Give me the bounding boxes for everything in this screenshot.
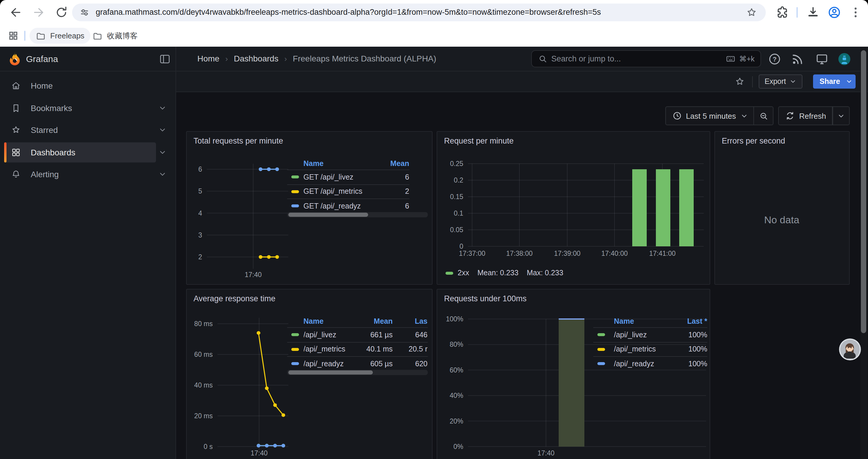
legend-row[interactable]: /api/_readyz605 µs620 xyxy=(287,356,428,371)
page-scrollbar-thumb[interactable] xyxy=(861,50,866,333)
apps-grid-icon[interactable] xyxy=(8,30,19,41)
time-range-picker[interactable]: Last 5 minutes xyxy=(665,106,754,125)
chevron-down-icon xyxy=(741,112,748,120)
profile-icon[interactable] xyxy=(827,5,841,20)
dashboards-grid-icon xyxy=(11,147,21,157)
legend-scrollbar[interactable] xyxy=(287,212,428,218)
brand-name[interactable]: Grafana xyxy=(26,54,58,64)
browser-toolbar: grafana.mathmast.com/d/deytv4rwavabkb/fr… xyxy=(0,0,868,25)
series-color-chip xyxy=(445,271,453,274)
chevron-down-icon xyxy=(789,78,797,85)
panel-title[interactable]: Errors per second xyxy=(722,136,785,145)
svg-text:17:40: 17:40 xyxy=(244,271,261,278)
legend-row[interactable]: /api/_metrics100% xyxy=(593,342,707,356)
bookmark-folder-freeleaps[interactable]: Freeleaps xyxy=(30,28,90,44)
folder-icon xyxy=(92,30,103,41)
svg-text:60 ms: 60 ms xyxy=(194,351,212,358)
search-input[interactable]: Search or jump to... ⌘+k xyxy=(531,50,761,67)
legend-table[interactable]: NameLast */api/_livez100%/api/_metrics10… xyxy=(593,316,707,371)
svg-text:2: 2 xyxy=(198,253,202,261)
panel-average-response-time: Average response time 80 ms60 ms40 ms20 … xyxy=(186,289,432,459)
breadcrumb-separator: › xyxy=(225,54,228,63)
requests-under-100ms-chart: 100%80%60%40%20%0%17:40 xyxy=(437,290,711,459)
svg-text:17:39:00: 17:39:00 xyxy=(554,250,580,257)
sidebar-item-label: Dashboards xyxy=(31,142,75,162)
sidebar-item-alerting[interactable]: Alerting xyxy=(4,164,168,184)
dock-menu-icon[interactable] xyxy=(158,53,172,66)
svg-text:?: ? xyxy=(773,56,776,63)
legend-row[interactable]: /api/_livez661 µs646 xyxy=(287,327,428,342)
reload-icon[interactable] xyxy=(54,5,68,20)
sidebar-item-label: Home xyxy=(31,76,53,96)
chevron-down-icon[interactable] xyxy=(158,148,167,156)
svg-text:60%: 60% xyxy=(450,366,463,374)
svg-text:0.1: 0.1 xyxy=(454,209,463,217)
legend-header: NameLast * xyxy=(593,316,707,327)
svg-text:100%: 100% xyxy=(445,315,463,323)
sidebar-item-starred[interactable]: Starred xyxy=(4,120,168,140)
url-text[interactable]: grafana.mathmast.com/d/deytv4rwavabkb/fr… xyxy=(96,4,740,21)
star-icon xyxy=(11,125,21,135)
page-scrollbar[interactable] xyxy=(860,47,867,459)
chevron-down-icon[interactable] xyxy=(158,126,167,134)
legend-row[interactable]: GET /api/_readyz6 xyxy=(287,198,409,213)
legend-table[interactable]: NameMeanGET /api/_livez6GET /api/_metric… xyxy=(287,158,428,213)
favorite-star-icon[interactable] xyxy=(735,76,745,87)
monitor-icon[interactable] xyxy=(815,52,829,66)
magnifier-minus-icon xyxy=(759,111,769,121)
rss-news-icon[interactable] xyxy=(790,52,805,66)
dashboard-toolbar: Export Share xyxy=(176,71,868,92)
panel-total-requests-per-minute: Total requests per minute 6543217:40 Nam… xyxy=(186,131,432,285)
legend-scrollbar-thumb[interactable] xyxy=(288,370,373,374)
chevron-down-icon[interactable] xyxy=(158,104,167,112)
sidebar-item-bookmarks[interactable]: Bookmarks xyxy=(4,98,168,118)
grafana-logo[interactable] xyxy=(8,52,22,66)
legend-row[interactable]: /api/_livez100% xyxy=(593,327,707,342)
bookmark-icon xyxy=(11,102,21,113)
legend-row[interactable]: /api/_metrics40.1 ms20.5 r xyxy=(287,342,428,356)
help-icon[interactable]: ? xyxy=(768,52,782,66)
sidebar-item-home[interactable]: Home xyxy=(4,76,168,96)
legend-2xx[interactable]: 2xx Mean: 0.233 Max: 0.233 xyxy=(445,269,563,277)
download-icon[interactable] xyxy=(806,5,820,20)
share-dropdown-button[interactable] xyxy=(842,74,856,89)
zoom-out-button[interactable] xyxy=(754,106,774,125)
floating-assistant-avatar[interactable] xyxy=(839,338,861,360)
brand-section: Grafana xyxy=(0,47,176,71)
tune-icon[interactable] xyxy=(79,6,90,18)
legend-row[interactable]: GET /api/_metrics2 xyxy=(287,184,409,198)
legend-row[interactable]: GET /api/_livez6 xyxy=(287,169,409,184)
bookmark-folder-blogs[interactable]: 收藏博客 xyxy=(86,28,144,44)
forward-icon[interactable] xyxy=(32,5,46,20)
breadcrumb-home[interactable]: Home xyxy=(197,54,219,63)
user-avatar[interactable] xyxy=(838,53,851,66)
home-icon xyxy=(11,80,21,91)
bell-icon xyxy=(11,169,21,179)
svg-text:80 ms: 80 ms xyxy=(194,320,212,328)
dashboard-content: Last 5 minutes Refresh Total requests pe… xyxy=(176,92,868,459)
extensions-icon[interactable] xyxy=(775,5,789,20)
no-data-message: No data xyxy=(715,215,849,226)
search-placeholder: Search or jump to... xyxy=(551,51,621,67)
export-button[interactable]: Export xyxy=(759,74,802,89)
refresh-interval-dropdown[interactable] xyxy=(833,106,850,125)
menu-kebab-icon[interactable] xyxy=(848,5,863,20)
legend-table[interactable]: NameMeanLas/api/_livez661 µs646/api/_met… xyxy=(287,316,428,371)
legend-row[interactable]: /api/_readyz100% xyxy=(593,356,707,371)
chevron-down-icon[interactable] xyxy=(158,170,167,178)
refresh-button[interactable]: Refresh xyxy=(778,106,833,125)
legend-scrollbar[interactable] xyxy=(287,370,428,375)
toolbar-divider xyxy=(752,76,753,88)
legend-scrollbar-thumb[interactable] xyxy=(288,213,368,217)
url-bar[interactable]: grafana.mathmast.com/d/deytv4rwavabkb/fr… xyxy=(72,4,766,21)
active-indicator xyxy=(4,142,6,162)
bookmark-star-icon[interactable] xyxy=(746,6,757,18)
back-icon[interactable] xyxy=(8,5,23,20)
series-name: 2xx xyxy=(458,269,469,277)
breadcrumb-dashboards[interactable]: Dashboards xyxy=(234,54,278,63)
bookmark-label: 收藏博客 xyxy=(107,30,138,41)
svg-text:17:40:00: 17:40:00 xyxy=(601,250,627,257)
sidebar-item-dashboards[interactable]: Dashboards xyxy=(4,142,168,162)
breadcrumb-current: Freeleaps Metrics Dashboard (ALPHA) xyxy=(293,54,436,63)
share-button[interactable]: Share xyxy=(813,74,847,89)
